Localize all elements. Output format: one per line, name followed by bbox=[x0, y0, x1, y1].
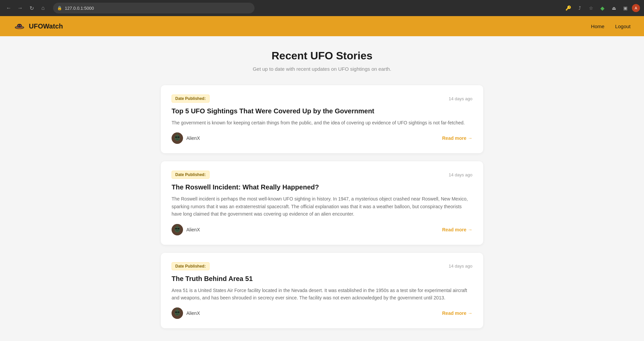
window-icon[interactable]: ▣ bbox=[620, 3, 630, 13]
time-ago-1: 14 days ago bbox=[449, 172, 472, 177]
forward-button[interactable]: → bbox=[15, 3, 25, 13]
url-text: 127.0.0.1:5000 bbox=[65, 6, 94, 11]
author-info-0: AlienX bbox=[172, 132, 200, 144]
date-badge-0: Date Published: bbox=[172, 95, 210, 103]
browser-actions: 🔑 ⤴ ☆ ◆ ⏏ ▣ A bbox=[563, 3, 640, 13]
reload-button[interactable]: ↻ bbox=[27, 3, 36, 13]
svg-point-4 bbox=[18, 25, 19, 26]
navbar-links: Home Logout bbox=[591, 23, 631, 29]
story-excerpt-1: The Roswell incident is perhaps the most… bbox=[172, 195, 472, 218]
author-name-1: AlienX bbox=[186, 227, 200, 232]
extensions-icon[interactable]: ◆ bbox=[598, 3, 607, 13]
read-more-button-2[interactable]: Read more → bbox=[442, 310, 472, 316]
star-icon[interactable]: ☆ bbox=[586, 3, 596, 13]
story-card: Date Published: 14 days ago Top 5 UFO Si… bbox=[161, 85, 483, 153]
svg-point-24 bbox=[178, 228, 179, 229]
svg-point-18 bbox=[177, 133, 178, 134]
svg-point-10 bbox=[22, 27, 23, 28]
stories-container: Date Published: 14 days ago Top 5 UFO Si… bbox=[161, 85, 483, 328]
read-more-button-1[interactable]: Read more → bbox=[442, 227, 472, 232]
svg-point-32 bbox=[178, 312, 179, 313]
date-badge-2: Date Published: bbox=[172, 262, 210, 270]
navbar: UFOWatch Home Logout bbox=[0, 16, 644, 36]
svg-point-15 bbox=[176, 137, 177, 138]
browser-chrome: ← → ↻ ⌂ 🔒 127.0.0.1:5000 🔑 ⤴ ☆ ◆ ⏏ ▣ A bbox=[0, 0, 644, 16]
svg-point-7 bbox=[18, 28, 19, 29]
page-header: Recent UFO Stories Get up to date with r… bbox=[161, 50, 483, 72]
navbar-brand[interactable]: UFOWatch bbox=[13, 20, 63, 32]
card-meta-2: Date Published: 14 days ago bbox=[172, 262, 472, 270]
svg-point-8 bbox=[19, 28, 20, 29]
page-subtitle: Get up to date with recent updates on UF… bbox=[161, 66, 483, 72]
profile-icon[interactable]: A bbox=[632, 4, 640, 12]
svg-point-20 bbox=[175, 226, 180, 232]
author-info-1: AlienX bbox=[172, 224, 200, 235]
main-content: Recent UFO Stories Get up to date with r… bbox=[154, 36, 490, 341]
svg-point-6 bbox=[16, 27, 17, 28]
story-title-1: The Roswell Incident: What Really Happen… bbox=[172, 183, 472, 191]
share-icon[interactable]: ⤴ bbox=[575, 3, 584, 13]
time-ago-2: 14 days ago bbox=[449, 264, 472, 269]
home-button[interactable]: ⌂ bbox=[38, 3, 48, 13]
read-more-button-0[interactable]: Read more → bbox=[442, 135, 472, 141]
story-title-2: The Truth Behind Area 51 bbox=[172, 275, 472, 283]
nav-home[interactable]: Home bbox=[591, 23, 604, 29]
ufo-logo-icon bbox=[13, 20, 26, 32]
author-avatar-2 bbox=[172, 307, 183, 319]
author-name-2: AlienX bbox=[186, 310, 200, 316]
svg-point-16 bbox=[178, 137, 179, 138]
story-title-0: Top 5 UFO Sightings That Were Covered Up… bbox=[172, 107, 472, 115]
svg-point-31 bbox=[176, 312, 177, 313]
date-badge-1: Date Published: bbox=[172, 171, 210, 179]
time-ago-0: 14 days ago bbox=[449, 96, 472, 101]
brand-name: UFOWatch bbox=[29, 22, 63, 30]
author-avatar-0 bbox=[172, 132, 183, 144]
story-excerpt-0: The government is known for keeping cert… bbox=[172, 119, 472, 126]
svg-point-23 bbox=[176, 228, 177, 229]
card-footer-1: AlienX Read more → bbox=[172, 224, 472, 235]
story-excerpt-2: Area 51 is a United States Air Force fac… bbox=[172, 287, 472, 302]
story-card: Date Published: 14 days ago The Roswell … bbox=[161, 161, 483, 244]
page-title: Recent UFO Stories bbox=[161, 50, 483, 62]
author-info-2: AlienX bbox=[172, 307, 200, 319]
author-name-0: AlienX bbox=[186, 135, 200, 141]
svg-point-28 bbox=[175, 310, 180, 316]
author-avatar-1 bbox=[172, 224, 183, 235]
nav-logout[interactable]: Logout bbox=[615, 23, 631, 29]
svg-point-5 bbox=[20, 25, 21, 26]
key-icon[interactable]: 🔑 bbox=[563, 3, 573, 13]
story-card: Date Published: 14 days ago The Truth Be… bbox=[161, 253, 483, 329]
card-footer-0: AlienX Read more → bbox=[172, 132, 472, 144]
lock-icon: 🔒 bbox=[57, 6, 62, 10]
svg-point-12 bbox=[175, 135, 180, 141]
svg-point-26 bbox=[177, 224, 178, 225]
browser-nav-buttons: ← → ↻ ⌂ bbox=[4, 3, 48, 13]
svg-point-34 bbox=[177, 308, 178, 309]
card-meta-1: Date Published: 14 days ago bbox=[172, 171, 472, 179]
card-footer-2: AlienX Read more → bbox=[172, 307, 472, 319]
svg-point-9 bbox=[20, 28, 21, 29]
card-meta-0: Date Published: 14 days ago bbox=[172, 95, 472, 103]
puzzle-icon[interactable]: ⏏ bbox=[609, 3, 618, 13]
address-bar[interactable]: 🔒 127.0.0.1:5000 bbox=[53, 3, 255, 13]
back-button[interactable]: ← bbox=[4, 3, 13, 13]
